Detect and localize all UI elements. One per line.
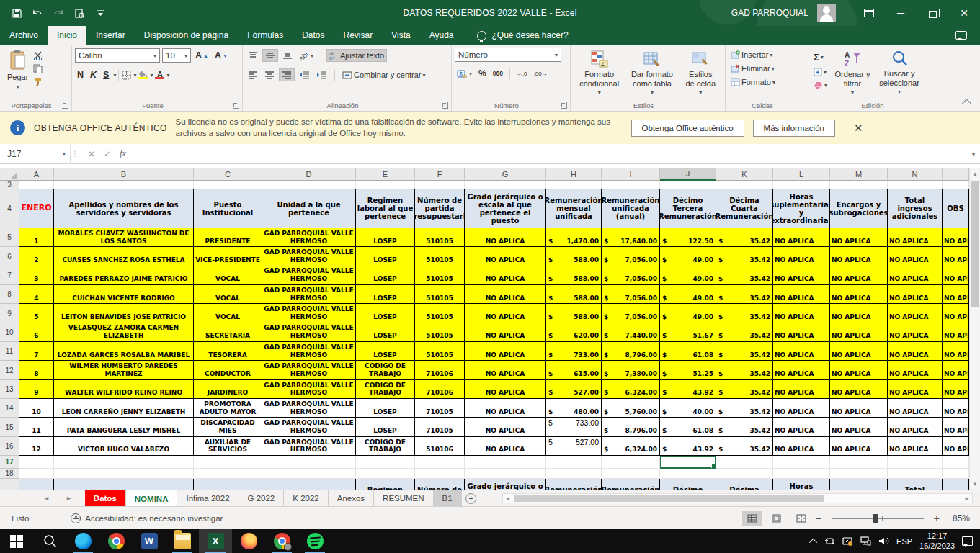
data-cell-puesto[interactable]: TESORERA xyxy=(194,342,262,361)
data-cell-partida[interactable]: 710106 xyxy=(415,380,465,399)
expand-formula-bar-icon[interactable]: ▾ xyxy=(967,144,980,163)
data-cell-grado[interactable]: NO APLICA xyxy=(465,304,546,323)
data-cell-anual[interactable]: $7,440.00 xyxy=(602,323,660,342)
row-header-15[interactable]: 15 xyxy=(0,418,19,436)
header-cell-obs[interactable]: OBS xyxy=(943,479,969,490)
header-cell-encargos[interactable]: Encargos y subrogaciones xyxy=(830,189,888,228)
header-cell-total[interactable]: Total ingresos adicionales xyxy=(888,189,943,228)
data-cell-obs[interactable]: NO APLICA xyxy=(943,437,969,456)
data-cell-rmu[interactable]: 5527.00 xyxy=(546,437,602,456)
clipboard-dialog-launcher[interactable] xyxy=(62,102,68,109)
confirm-entry-icon[interactable]: ✓ xyxy=(104,149,111,159)
data-cell-regimen[interactable]: LOSEP xyxy=(356,266,415,285)
data-cell-rmu[interactable]: $588.00 xyxy=(546,247,602,266)
grid-cell[interactable] xyxy=(943,469,969,479)
sheet-tab-anexos[interactable]: Anexos xyxy=(329,490,374,506)
data-cell-n[interactable]: 1 xyxy=(19,228,54,247)
data-cell-horas[interactable]: NO APLICA xyxy=(773,228,830,247)
ribbon-tab-fórmulas[interactable]: Fórmulas xyxy=(238,26,293,45)
ribbon-tab-insertar[interactable]: Insertar xyxy=(86,26,135,45)
data-cell-encargos[interactable]: NO APLICA xyxy=(830,380,888,399)
data-cell-d14[interactable]: $35.42 xyxy=(716,323,773,342)
header-cell-regimen[interactable]: Regimen laboral al que pertenece xyxy=(356,479,415,490)
orientation-icon[interactable]: ab▾ xyxy=(297,50,316,62)
header-cell-name[interactable]: Apellidos y nombres de los servidores y … xyxy=(54,479,194,490)
data-cell-rmu[interactable]: 5733.00 xyxy=(546,418,602,436)
data-cell-anual[interactable]: $8,796.00 xyxy=(602,342,660,361)
row-header-14[interactable]: 14 xyxy=(0,399,19,418)
grid-cell[interactable] xyxy=(194,181,262,189)
grid-cell[interactable] xyxy=(19,469,54,479)
ribbon-tab-revisar[interactable]: Revisar xyxy=(334,26,383,45)
cell-styles-button[interactable]: Estilos de celda▾ xyxy=(680,48,722,98)
data-cell-n[interactable]: 11 xyxy=(19,418,54,436)
ribbon-display-options-icon[interactable] xyxy=(853,0,885,26)
header-cell-d13[interactable]: Décimo Tercera Remuneración xyxy=(660,189,716,228)
grid-cell[interactable] xyxy=(194,456,262,469)
grid-cell[interactable] xyxy=(773,469,830,479)
data-cell-encargos[interactable]: NO APLICA xyxy=(830,285,888,304)
decrease-decimal-icon[interactable]: .00→ xyxy=(532,69,550,78)
column-header-N[interactable]: N xyxy=(888,168,943,181)
formula-input[interactable] xyxy=(135,144,967,163)
header-cell-grado[interactable]: Grado jerárquico o escala al que pertene… xyxy=(465,189,546,228)
data-cell-obs[interactable]: NO APLICA xyxy=(943,323,969,342)
header-cell-total[interactable]: Total ingresos adicionales xyxy=(888,479,943,490)
data-cell-name[interactable]: PATA BANGUERA LESLY MISHEL xyxy=(54,418,194,436)
row-header-8[interactable]: 8 xyxy=(0,285,19,304)
data-cell-puesto[interactable]: PROMOTORA DISCAPACIDAD MIES xyxy=(194,418,262,436)
data-cell-d13[interactable]: $43.92 xyxy=(660,437,716,456)
grid-cell[interactable] xyxy=(262,469,356,479)
data-cell-anual[interactable]: $6,324.00 xyxy=(602,380,660,399)
number-format-select[interactable]: Número▾ xyxy=(455,48,561,62)
data-cell-horas[interactable]: NO APLICA xyxy=(773,342,830,361)
column-header-J[interactable]: J xyxy=(660,168,716,181)
cut-icon[interactable] xyxy=(32,50,43,60)
align-center-icon[interactable] xyxy=(262,69,277,81)
zoom-in-icon[interactable]: + xyxy=(934,513,940,524)
data-cell-d13[interactable]: $51.25 xyxy=(660,361,716,379)
data-cell-total[interactable]: NO APLICA xyxy=(888,342,943,361)
zoom-level[interactable]: 85% xyxy=(944,513,970,523)
name-box[interactable]: J17▾ xyxy=(0,144,71,163)
bold-button[interactable]: N xyxy=(75,68,86,81)
data-cell-grado[interactable]: NO APLICA xyxy=(465,437,546,456)
grid-cell[interactable] xyxy=(54,456,194,469)
data-cell-n[interactable]: 9 xyxy=(19,380,54,399)
data-cell-encargos[interactable]: NO APLICA xyxy=(830,266,888,285)
data-cell-regimen[interactable]: CODIGO DE TRABAJO xyxy=(356,361,415,379)
grid-cell[interactable] xyxy=(356,181,415,189)
data-cell-horas[interactable]: NO APLICA xyxy=(773,437,830,456)
row-header-11[interactable]: 11 xyxy=(0,342,19,361)
data-cell-horas[interactable]: NO APLICA xyxy=(773,399,830,418)
data-cell-partida[interactable]: 510105 xyxy=(415,266,465,285)
data-cell-total[interactable]: NO APLICA xyxy=(888,228,943,247)
fill-icon[interactable]: ▾ xyxy=(811,66,829,78)
alignment-dialog-launcher[interactable] xyxy=(442,102,448,109)
data-cell-unidad[interactable]: GAD PARROQUIAL VALLE HERMOSO xyxy=(262,418,356,436)
fill-color-icon[interactable] xyxy=(138,71,148,79)
grid-cell[interactable] xyxy=(888,181,943,189)
align-left-icon[interactable] xyxy=(246,69,260,81)
header-cell-d14[interactable]: Décima Cuarta Remuneración xyxy=(716,189,773,228)
chrome-taskbar-icon[interactable] xyxy=(99,529,133,553)
data-cell-grado[interactable]: NO APLICA xyxy=(465,380,546,399)
header-cell-obs[interactable]: OBS xyxy=(943,189,969,228)
conditional-format-button[interactable]: ≠ Formato condicional▾ xyxy=(574,48,625,98)
data-cell-name[interactable]: VICTOR HUGO VALAREZO xyxy=(54,437,194,456)
volume-icon[interactable] xyxy=(878,536,889,547)
header-cell-name[interactable]: Apellidos y nombres de los servidores y … xyxy=(54,189,194,228)
data-cell-obs[interactable]: NO APLICA xyxy=(943,266,969,285)
data-cell-puesto[interactable]: VICE-PRESIDENTE xyxy=(194,247,262,266)
row-header-10[interactable]: 10 xyxy=(0,323,19,342)
horizontal-scroll-thumb[interactable] xyxy=(514,495,824,502)
get-genuine-office-button[interactable]: Obtenga Office auténtico xyxy=(631,120,744,137)
data-cell-rmu[interactable]: $527.00 xyxy=(546,380,602,399)
data-cell-anual[interactable]: $6,324.00 xyxy=(602,437,660,456)
data-cell-puesto[interactable]: VOCAL xyxy=(194,266,262,285)
data-cell-regimen[interactable]: CODIGO DE TRABAJO xyxy=(356,380,415,399)
insert-cells-button[interactable]: Insertar▾ xyxy=(729,49,775,60)
data-cell-d13[interactable]: $40.00 xyxy=(660,399,716,418)
column-header-D[interactable]: D xyxy=(262,168,356,181)
sheet-tab-nomina[interactable]: NOMINA xyxy=(126,490,178,506)
